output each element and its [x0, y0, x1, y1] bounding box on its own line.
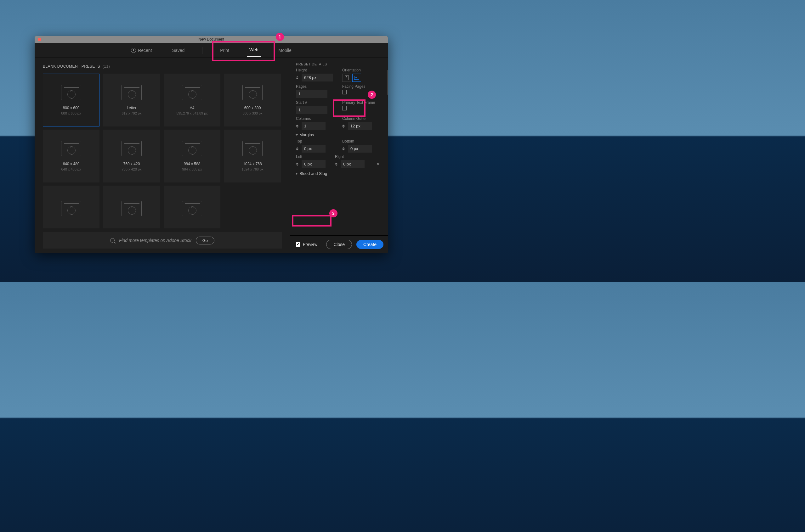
orientation-label: Orientation	[342, 68, 382, 72]
preset-dimensions: 640 x 480 px	[61, 167, 81, 171]
stock-go-button[interactable]: Go	[196, 236, 214, 244]
columns-label: Columns	[296, 116, 336, 121]
globe-icon	[128, 146, 136, 154]
portrait-icon	[345, 75, 348, 80]
globe-icon	[188, 146, 197, 154]
tab-saved-label: Saved	[172, 48, 185, 53]
scrollbar[interactable]	[387, 70, 388, 95]
bleed-slug-toggle[interactable]: Bleed and Slug	[296, 171, 382, 176]
facing-pages-checkbox[interactable]	[342, 90, 347, 94]
tab-print-label: Print	[220, 48, 229, 53]
margin-top-label: Top	[296, 139, 336, 144]
annotation-badge-2: 2	[368, 91, 376, 99]
margin-left-field[interactable]	[301, 160, 326, 168]
preset-card[interactable]: A4595,276 x 841,89 px	[164, 74, 220, 127]
globe-icon	[128, 90, 136, 98]
orientation-portrait-button[interactable]	[342, 74, 351, 82]
document-icon	[242, 141, 262, 156]
document-icon	[61, 141, 81, 156]
tab-saved[interactable]: Saved	[170, 44, 187, 57]
search-icon	[110, 238, 115, 243]
preset-card[interactable]: 984 x 588984 x 588 px	[164, 130, 220, 183]
facing-pages-label: Facing Pages	[342, 84, 382, 89]
close-window-button[interactable]	[38, 38, 41, 41]
tab-mobile-label: Mobile	[279, 48, 292, 53]
preset-card[interactable]: 800 x 600800 x 600 px	[43, 74, 99, 127]
margin-right-field[interactable]	[341, 160, 365, 168]
column-gutter-field[interactable]	[348, 122, 372, 130]
margins-toggle[interactable]: Margins	[296, 132, 382, 137]
preset-card[interactable]	[164, 186, 220, 228]
margin-top-stepper[interactable]	[296, 147, 300, 150]
globe-icon	[249, 90, 257, 98]
preset-card[interactable]: 1024 x 7681024 x 768 px	[224, 130, 281, 183]
start-number-field[interactable]	[296, 106, 327, 114]
height-stepper[interactable]	[296, 76, 300, 79]
document-icon	[242, 85, 262, 100]
margin-right-stepper[interactable]	[335, 163, 340, 166]
column-gutter-label: Column Gutter	[342, 116, 382, 121]
document-icon	[122, 201, 142, 216]
margin-bottom-field[interactable]	[348, 145, 372, 153]
margin-right-label: Right	[335, 154, 368, 159]
tab-recent-label: Recent	[138, 48, 152, 53]
preset-dimensions: 612 x 792 px	[122, 111, 142, 115]
tab-mobile[interactable]: Mobile	[276, 44, 294, 57]
stock-search-row: Find more templates on Adobe Stock Go	[43, 232, 282, 249]
chevron-down-icon	[296, 134, 298, 136]
presets-pane: BLANK DOCUMENT PRESETS (11) 800 x 600800…	[35, 58, 290, 253]
margin-bottom-label: Bottom	[342, 139, 382, 144]
preset-details-header: PRESET DETAILS	[290, 58, 388, 68]
margin-bottom-stepper[interactable]	[342, 147, 347, 150]
primary-text-frame-label: Primary Text Frame	[342, 100, 382, 105]
document-icon	[182, 85, 202, 100]
tab-print[interactable]: Print	[218, 44, 232, 57]
document-icon	[122, 85, 142, 100]
close-button[interactable]: Close	[326, 240, 352, 249]
create-button[interactable]: Create	[356, 240, 383, 249]
preset-name: A4	[190, 106, 195, 110]
landscape-icon	[354, 76, 359, 80]
globe-icon	[188, 206, 197, 214]
preview-checkbox[interactable]	[296, 242, 300, 247]
preset-card[interactable]: 640 x 480640 x 480 px	[43, 130, 99, 183]
preset-card[interactable]	[43, 186, 99, 228]
preset-card[interactable]	[103, 186, 160, 228]
height-field[interactable]	[301, 74, 333, 81]
columns-field[interactable]	[301, 122, 326, 130]
clock-icon	[131, 48, 136, 53]
document-icon	[61, 201, 81, 216]
margin-left-label: Left	[296, 154, 329, 159]
tab-web[interactable]: Web	[247, 43, 261, 57]
document-icon	[122, 141, 142, 156]
gutter-stepper[interactable]	[342, 125, 347, 128]
preset-card[interactable]: 600 x 300600 x 300 px	[224, 74, 281, 127]
pages-field[interactable]	[296, 90, 327, 98]
dialog-footer: Preview Close Create	[290, 235, 388, 253]
link-margins-button[interactable]: ⚭	[374, 160, 382, 168]
preset-dimensions: 600 x 300 px	[243, 111, 262, 115]
preset-card[interactable]: 760 x 420760 x 420 px	[103, 130, 160, 183]
start-number-label: Start #	[296, 100, 336, 105]
margin-left-stepper[interactable]	[296, 163, 300, 166]
globe-icon	[67, 90, 76, 98]
tab-recent[interactable]: Recent	[128, 44, 154, 57]
orientation-landscape-button[interactable]	[352, 74, 361, 82]
preview-label: Preview	[303, 242, 317, 247]
preset-name: 640 x 480	[63, 162, 80, 166]
stock-search-placeholder[interactable]: Find more templates on Adobe Stock	[119, 238, 191, 243]
globe-icon	[249, 146, 257, 154]
preset-name: Letter	[127, 106, 136, 110]
tab-web-label: Web	[249, 47, 258, 52]
preset-card[interactable]: Letter612 x 792 px	[103, 74, 160, 127]
document-icon	[182, 141, 202, 156]
columns-stepper[interactable]	[296, 125, 300, 128]
primary-text-frame-checkbox[interactable]	[342, 106, 347, 110]
new-document-dialog: New Document Recent Saved Print Web Mobi…	[35, 36, 388, 253]
tab-divider	[202, 47, 202, 54]
margin-top-field[interactable]	[301, 145, 326, 153]
height-label: Height	[296, 68, 336, 72]
preset-name: 800 x 600	[63, 106, 80, 110]
category-tabs: Recent Saved Print Web Mobile	[35, 43, 388, 58]
globe-icon	[67, 206, 76, 214]
